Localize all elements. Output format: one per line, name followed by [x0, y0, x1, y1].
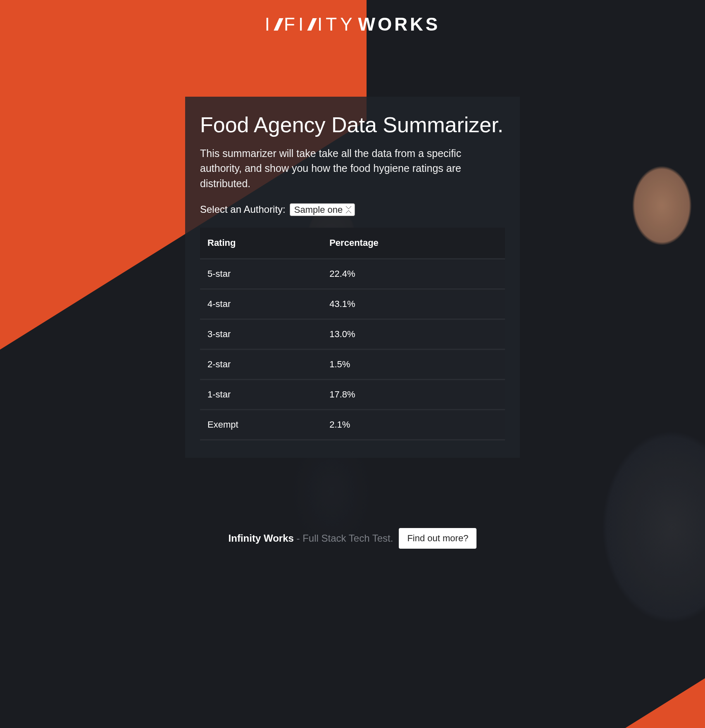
logo-text-part: FI [284, 14, 307, 35]
page-title: Food Agency Data Summarizer. [200, 113, 505, 137]
cell-pct: 17.8% [322, 379, 505, 409]
authority-select-label: Select an Authority: [200, 204, 286, 215]
ratings-table: Rating Percentage 5-star 22.4% 4-star 43… [200, 228, 505, 440]
cell-rating: 2-star [200, 349, 322, 379]
table-row: 4-star 43.1% [200, 289, 505, 319]
authority-select-row: Select an Authority: Sample one [200, 203, 505, 216]
main-card: Food Agency Data Summarizer. This summar… [185, 97, 520, 458]
footer: Infinity Works - Full Stack Tech Test. F… [229, 528, 477, 549]
table-row: 3-star 13.0% [200, 319, 505, 349]
cell-pct: 43.1% [322, 289, 505, 319]
cell-rating: 1-star [200, 379, 322, 409]
cell-pct: 13.0% [322, 319, 505, 349]
col-header-rating: Rating [200, 228, 322, 259]
cell-pct: 1.5% [322, 349, 505, 379]
find-out-more-button[interactable]: Find out more? [399, 528, 476, 549]
col-header-percentage: Percentage [322, 228, 505, 259]
logo-text-part: I [265, 14, 273, 35]
logo-slash-icon [308, 18, 316, 31]
cell-rating: 5-star [200, 259, 322, 289]
cell-rating: 3-star [200, 319, 322, 349]
footer-brand: Infinity Works [229, 533, 294, 544]
table-row: 2-star 1.5% [200, 349, 505, 379]
cell-rating: Exempt [200, 409, 322, 440]
cell-rating: 4-star [200, 289, 322, 319]
logo-text-part: WORKS [358, 14, 441, 35]
authority-select[interactable]: Sample one [290, 203, 355, 216]
table-row: Exempt 2.1% [200, 409, 505, 440]
table-header-row: Rating Percentage [200, 228, 505, 259]
cell-pct: 2.1% [322, 409, 505, 440]
logo-text-part: ITY [317, 14, 355, 35]
page-subtitle: This summarizer will take take all the d… [200, 146, 505, 191]
table-row: 1-star 17.8% [200, 379, 505, 409]
logo-slash-icon [275, 18, 282, 31]
brand-logo: I FI ITY WORKS [265, 14, 440, 35]
cell-pct: 22.4% [322, 259, 505, 289]
footer-tagline: - Full Stack Tech Test. [294, 533, 393, 544]
table-row: 5-star 22.4% [200, 259, 505, 289]
